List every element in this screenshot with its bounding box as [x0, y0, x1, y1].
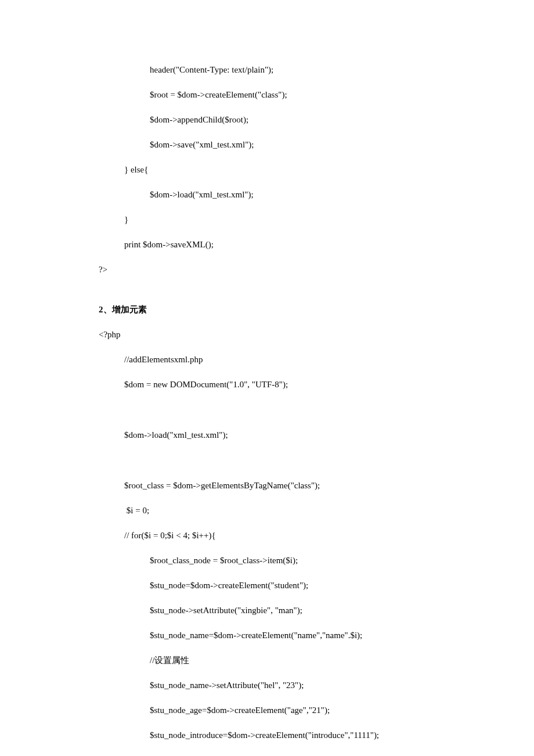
code-line: $stu_node_name=$dom->createElement("name…: [99, 629, 476, 642]
code-line: $dom->save("xml_test.xml");: [99, 139, 476, 151]
code-line: $i = 0;: [99, 505, 476, 517]
code-line: <?php: [99, 329, 476, 341]
code-line: $dom = new DOMDocument("1.0", "UTF-8");: [99, 379, 476, 391]
code-line: $stu_node=$dom->createElement("student")…: [99, 579, 476, 592]
code-line: //设置属性: [99, 654, 476, 667]
code-line: print $dom->saveXML();: [99, 239, 476, 251]
code-line: $dom->load("xml_test.xml");: [99, 189, 476, 201]
code-line: $dom->load("xml_test.xml");: [99, 429, 476, 441]
code-line: $stu_node->setAttribute("xingbie", "man"…: [99, 604, 476, 617]
code-line: //addElementsxml.php: [99, 354, 476, 366]
code-line: $stu_node_name->setAttribute("hel", "23"…: [99, 679, 476, 692]
section-heading: 2、增加元素: [99, 304, 476, 316]
code-line: $stu_node_age=$dom->createElement("age",…: [99, 704, 476, 717]
code-line: $root = $dom->createElement("class");: [99, 89, 476, 101]
code-line: ?>: [99, 264, 476, 276]
code-line: $root_class_node = $root_class->item($i)…: [99, 555, 476, 567]
document-page: header("Content-Type: text/plain"); $roo…: [0, 0, 534, 756]
code-line: }: [99, 214, 476, 226]
code-line: } else{: [99, 164, 476, 176]
code-line: $stu_node_introduce=$dom->createElement(…: [99, 729, 476, 741]
code-line: // for($i = 0;$i < 4; $i++){: [99, 530, 476, 542]
blank-line: [99, 404, 476, 416]
code-line: $dom->appendChild($root);: [99, 114, 476, 126]
blank-line: [99, 454, 476, 467]
code-line: header("Content-Type: text/plain");: [99, 64, 476, 76]
code-line: $root_class = $dom->getElementsByTagName…: [99, 480, 476, 492]
